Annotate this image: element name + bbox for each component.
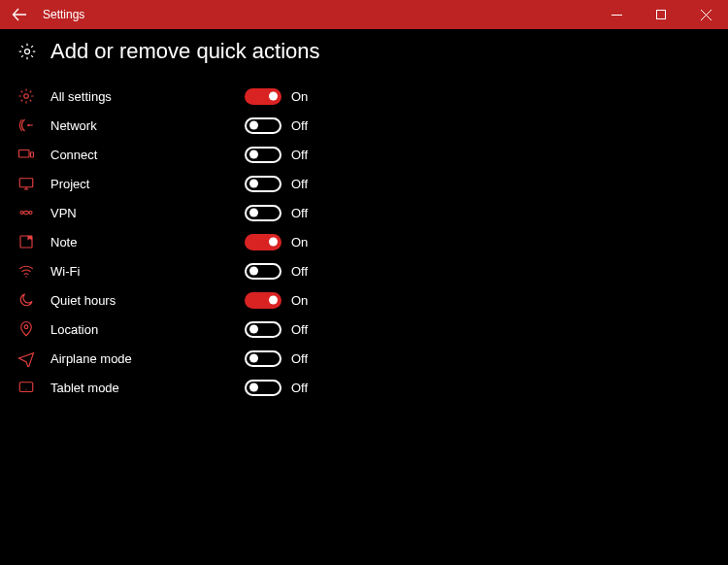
wifi-icon bbox=[17, 262, 50, 280]
toggle-location[interactable] bbox=[245, 321, 281, 338]
toggle-state-label: On bbox=[291, 235, 308, 249]
quick-action-label: Tablet mode bbox=[50, 381, 245, 395]
toggle-state-label: On bbox=[291, 293, 308, 308]
toggle-cell: Off bbox=[245, 117, 308, 134]
toggle-cell: On bbox=[245, 88, 308, 105]
svg-rect-0 bbox=[657, 11, 666, 19]
toggle-network[interactable] bbox=[245, 117, 281, 134]
minimize-icon bbox=[612, 10, 622, 20]
toggle-knob bbox=[249, 209, 258, 217]
network-icon bbox=[17, 116, 50, 134]
quick-action-list: All settingsOnNetworkOffConnectOffProjec… bbox=[17, 82, 711, 402]
quick-action-label: Wi-Fi bbox=[50, 264, 245, 279]
close-button[interactable] bbox=[683, 0, 728, 29]
quick-action-label: Network bbox=[50, 118, 245, 133]
toggle-connect[interactable] bbox=[245, 147, 281, 163]
toggle-knob bbox=[249, 180, 258, 188]
toggle-knob bbox=[249, 383, 258, 392]
quick-action-label: Location bbox=[50, 322, 245, 337]
toggle-knob bbox=[269, 238, 278, 247]
svg-rect-6 bbox=[19, 179, 33, 187]
quick-action-row-all-settings: All settingsOn bbox=[17, 82, 711, 111]
toggle-wifi[interactable] bbox=[245, 263, 281, 280]
toggle-cell: Off bbox=[245, 263, 308, 280]
maximize-icon bbox=[656, 10, 666, 19]
svg-point-8 bbox=[29, 212, 32, 215]
toggle-state-label: Off bbox=[291, 148, 308, 162]
window-controls bbox=[594, 0, 728, 29]
svg-point-13 bbox=[25, 389, 26, 390]
toggle-cell: On bbox=[245, 234, 308, 250]
location-icon bbox=[17, 320, 50, 338]
titlebar: Settings bbox=[0, 0, 728, 29]
toggle-knob bbox=[269, 92, 278, 101]
toggle-knob bbox=[249, 354, 258, 363]
toggle-cell: On bbox=[245, 292, 308, 309]
quick-action-label: Quiet hours bbox=[50, 293, 245, 308]
toggle-tablet-mode[interactable] bbox=[245, 380, 281, 396]
page-title: Add or remove quick actions bbox=[50, 39, 320, 64]
quick-action-row-vpn: VPNOff bbox=[17, 198, 711, 227]
note-icon bbox=[17, 233, 50, 250]
tablet-mode-icon bbox=[17, 379, 50, 396]
quick-action-row-quiet-hours: Quiet hoursOn bbox=[17, 285, 711, 315]
quick-action-row-airplane-mode: Airplane modeOff bbox=[17, 344, 711, 373]
toggle-cell: Off bbox=[245, 380, 308, 396]
toggle-state-label: Off bbox=[291, 351, 308, 366]
toggle-state-label: Off bbox=[291, 381, 308, 395]
svg-point-1 bbox=[25, 50, 30, 54]
svg-point-2 bbox=[24, 94, 29, 99]
quick-action-label: Project bbox=[50, 177, 245, 191]
project-icon bbox=[17, 175, 50, 192]
toggle-cell: Off bbox=[245, 147, 308, 163]
quiet-hours-icon bbox=[17, 291, 50, 309]
toggle-note[interactable] bbox=[245, 234, 281, 250]
toggle-all-settings[interactable] bbox=[245, 88, 281, 105]
toggle-quiet-hours[interactable] bbox=[245, 292, 281, 309]
minimize-button[interactable] bbox=[594, 0, 639, 29]
toggle-state-label: Off bbox=[291, 264, 308, 279]
toggle-cell: Off bbox=[245, 321, 308, 338]
toggle-state-label: Off bbox=[291, 322, 308, 337]
toggle-cell: Off bbox=[245, 176, 308, 192]
toggle-project[interactable] bbox=[245, 176, 281, 192]
svg-rect-5 bbox=[31, 152, 34, 157]
quick-action-label: Note bbox=[50, 235, 245, 249]
svg-rect-4 bbox=[19, 150, 30, 158]
quick-action-label: VPN bbox=[50, 206, 245, 220]
quick-action-label: All settings bbox=[50, 89, 245, 104]
toggle-cell: Off bbox=[245, 205, 308, 221]
toggle-cell: Off bbox=[245, 350, 308, 367]
toggle-airplane-mode[interactable] bbox=[245, 350, 281, 367]
toggle-knob bbox=[269, 296, 278, 305]
quick-action-label: Connect bbox=[50, 148, 245, 162]
toggle-state-label: Off bbox=[291, 206, 308, 220]
arrow-left-icon bbox=[12, 7, 27, 22]
quick-action-row-connect: ConnectOff bbox=[17, 140, 711, 169]
svg-rect-12 bbox=[19, 382, 33, 392]
close-icon bbox=[701, 10, 711, 20]
connect-icon bbox=[17, 146, 50, 163]
quick-action-row-wifi: Wi-FiOff bbox=[17, 256, 711, 285]
all-settings-icon bbox=[17, 87, 50, 105]
toggle-knob bbox=[249, 121, 258, 130]
content: Add or remove quick actions All settings… bbox=[0, 29, 728, 412]
gear-icon bbox=[17, 42, 37, 61]
toggle-vpn[interactable] bbox=[245, 205, 281, 221]
svg-point-11 bbox=[24, 325, 28, 329]
toggle-knob bbox=[249, 325, 258, 334]
toggle-knob bbox=[249, 267, 258, 276]
toggle-state-label: On bbox=[291, 89, 308, 104]
quick-action-row-project: ProjectOff bbox=[17, 169, 711, 198]
maximize-button[interactable] bbox=[639, 0, 683, 29]
quick-action-row-location: LocationOff bbox=[17, 315, 711, 344]
back-button[interactable] bbox=[0, 0, 39, 29]
quick-action-row-note: NoteOn bbox=[17, 227, 711, 256]
svg-point-7 bbox=[20, 212, 23, 215]
page-header: Add or remove quick actions bbox=[17, 39, 711, 64]
toggle-knob bbox=[249, 150, 258, 159]
svg-point-10 bbox=[25, 276, 27, 278]
toggle-state-label: Off bbox=[291, 177, 308, 191]
vpn-icon bbox=[17, 204, 50, 221]
toggle-state-label: Off bbox=[291, 118, 308, 133]
